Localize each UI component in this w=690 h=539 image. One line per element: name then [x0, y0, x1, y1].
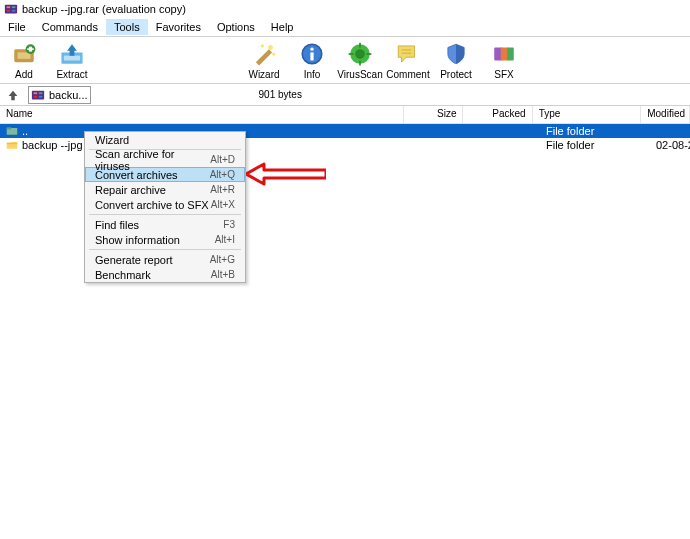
- svg-rect-16: [310, 52, 313, 60]
- col-type[interactable]: Type: [533, 106, 642, 123]
- toolbar-comment[interactable]: Comment: [384, 41, 432, 80]
- col-name[interactable]: Name: [0, 106, 404, 123]
- extract-icon: [59, 41, 85, 67]
- svg-rect-32: [34, 95, 38, 97]
- toolbar-add[interactable]: Add: [0, 41, 48, 80]
- menuitem-benchmark[interactable]: Benchmark Alt+B: [85, 267, 245, 282]
- row-name: backup --jpg: [22, 138, 83, 152]
- location-text: backu...: [49, 89, 88, 101]
- menuitem-convert-to-sfx[interactable]: Convert archive to SFX Alt+X: [85, 197, 245, 212]
- folder-icon: [6, 139, 18, 151]
- up-arrow-icon: [6, 88, 20, 102]
- shield-icon: [443, 41, 469, 67]
- svg-rect-36: [7, 143, 18, 145]
- svg-rect-35: [7, 127, 12, 129]
- svg-point-17: [310, 47, 313, 50]
- svg-rect-28: [507, 47, 514, 60]
- title-bar: backup --jpg.rar (evaluation copy): [0, 0, 690, 18]
- row-type: File folder: [540, 138, 650, 152]
- tools-dropdown: Wizard Scan archive for viruses Alt+D Co…: [84, 131, 246, 283]
- svg-rect-3: [7, 10, 11, 12]
- svg-rect-9: [27, 48, 34, 50]
- svg-rect-1: [7, 6, 11, 8]
- svg-point-13: [261, 44, 264, 47]
- menu-help[interactable]: Help: [263, 19, 302, 35]
- annotation-arrow-icon: [246, 162, 326, 186]
- toolbar-protect[interactable]: Protect: [432, 41, 480, 80]
- svg-rect-33: [39, 95, 43, 97]
- menuitem-convert-archives[interactable]: Convert archives Alt+Q: [85, 167, 245, 182]
- svg-point-14: [272, 52, 275, 55]
- window-title: backup --jpg.rar (evaluation copy): [22, 3, 186, 15]
- row-type: File folder: [540, 124, 650, 138]
- menuitem-wizard[interactable]: Wizard: [85, 132, 245, 147]
- menuitem-find-files[interactable]: Find files F3: [85, 217, 245, 232]
- menuitem-show-information[interactable]: Show information Alt+I: [85, 232, 245, 247]
- menuitem-generate-report[interactable]: Generate report Alt+G: [85, 252, 245, 267]
- svg-rect-2: [12, 6, 16, 8]
- add-icon: [11, 41, 37, 67]
- menu-file[interactable]: File: [0, 19, 34, 35]
- svg-point-19: [355, 49, 365, 59]
- folder-icon: [6, 125, 18, 137]
- svg-rect-30: [34, 92, 38, 94]
- menuitem-scan-viruses[interactable]: Scan archive for viruses Alt+D: [85, 152, 245, 167]
- toolbar-extract-to[interactable]: Extract: [48, 41, 96, 80]
- svg-rect-4: [12, 10, 16, 12]
- app-icon: [4, 2, 18, 16]
- svg-rect-11: [64, 55, 80, 60]
- location-bar: backu... 901 bytes: [0, 84, 690, 106]
- menu-commands[interactable]: Commands: [34, 19, 106, 35]
- up-button[interactable]: [4, 86, 22, 104]
- column-headers: Name Size Packed Type Modified: [0, 106, 690, 124]
- toolbar-wizard[interactable]: Wizard: [240, 41, 288, 80]
- menuitem-repair-archive[interactable]: Repair archive Alt+R: [85, 182, 245, 197]
- toolbar-virus-scan[interactable]: VirusScan: [336, 41, 384, 80]
- svg-point-12: [268, 45, 273, 50]
- col-packed[interactable]: Packed: [463, 106, 532, 123]
- menu-bar: File Commands Tools Favorites Options He…: [0, 18, 690, 36]
- menu-options[interactable]: Options: [209, 19, 263, 35]
- info-icon: [299, 41, 325, 67]
- location-extra: 901 bytes: [259, 89, 302, 100]
- toolbar-info[interactable]: Info: [288, 41, 336, 80]
- location-field[interactable]: backu...: [28, 86, 91, 104]
- toolbar: Add Extract Wizard Info VirusScan Commen…: [0, 36, 690, 84]
- col-size[interactable]: Size: [404, 106, 463, 123]
- col-modified[interactable]: Modified: [641, 106, 690, 123]
- virus-scan-icon: [347, 41, 373, 67]
- menu-favorites[interactable]: Favorites: [148, 19, 209, 35]
- comment-icon: [395, 41, 421, 67]
- toolbar-sfx[interactable]: SFX: [480, 41, 528, 80]
- archive-icon: [31, 88, 45, 102]
- row-name: ..: [22, 124, 28, 138]
- wizard-icon: [251, 41, 277, 67]
- sfx-icon: [491, 41, 517, 67]
- menu-tools[interactable]: Tools: [106, 19, 148, 35]
- svg-rect-0: [5, 5, 17, 14]
- svg-rect-31: [39, 92, 43, 94]
- row-modified: 02-08-2020: [650, 138, 690, 152]
- svg-rect-29: [32, 90, 44, 99]
